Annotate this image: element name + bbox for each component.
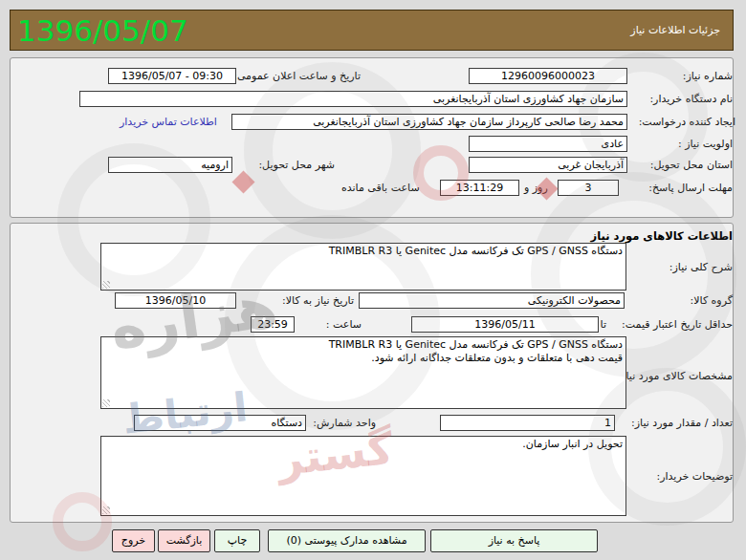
print-button[interactable]: چاپ [214, 529, 260, 552]
announce-datetime-field[interactable]: 1396/05/07 - 09:30 [108, 68, 236, 84]
hour-label: ساعت : [326, 318, 362, 331]
delivery-city-label: شهر محل تحویل: [258, 159, 335, 171]
goods-section-header: اطلاعات کالاهای مورد نیاز [591, 229, 733, 243]
delivery-province-field[interactable]: آذربایجان غربی [469, 157, 627, 173]
general-desc-text: دستگاه GPS / GNSS تک فرکانسه مدل Genitec… [104, 245, 623, 258]
resize-grip-icon[interactable] [102, 399, 110, 407]
price-validity-label: حداقل تاریخ اعتبار قیمت: [622, 318, 733, 331]
request-creator-label: ایجاد کننده درخواست: [639, 116, 735, 128]
buyer-notes-text: تحویل در انبار سازمان. [104, 438, 623, 451]
announce-datetime-label: تاریخ و ساعت اعلان عمومی: [233, 70, 361, 82]
validity-time-field[interactable]: 23:59 [251, 316, 295, 333]
deadline-days-suffix: روز و [524, 182, 548, 194]
view-attached-docs-button[interactable]: مشاهده مدارک پیوستی (0) [268, 529, 426, 552]
goods-spec-textarea[interactable]: دستگاه GPS / GNSS تک فرکانسه مدل Genitec… [100, 336, 626, 409]
deadline-time-suffix: ساعت باقی مانده [341, 182, 420, 194]
resize-grip-icon[interactable] [102, 506, 110, 514]
need-details-page: 1396/05/07 جزئیات اطلاعات نیاز شماره نیا… [0, 0, 746, 560]
goods-group-label: گروه کالا: [691, 294, 733, 307]
title-bar: 1396/05/07 جزئیات اطلاعات نیاز [10, 10, 734, 51]
response-deadline-label: مهلت ارسال پاسخ: [648, 182, 733, 194]
need-date-label: تاریخ نیاز به کالا: [282, 294, 354, 307]
quantity-field[interactable]: 1 [440, 415, 615, 431]
goods-group-field[interactable]: محصولات الکترونیکی [359, 292, 625, 309]
validity-date-field[interactable]: 1396/05/11 [411, 316, 599, 333]
need-number-label: شماره نیاز: [683, 70, 733, 82]
unit-field[interactable]: دستگاه [134, 415, 306, 431]
buyer-org-field[interactable]: سازمان جهاد کشاورزی استان آذربایجانغربی [79, 91, 627, 107]
general-desc-label: شرح کلی نیاز: [669, 261, 733, 273]
need-number-field[interactable]: 12960096000023 [469, 68, 627, 84]
goods-spec-text: دستگاه GPS / GNSS تک فرکانسه مدل Genitec… [104, 338, 623, 365]
deadline-time-field[interactable]: 13:11:29 [440, 180, 519, 196]
priority-label: اولویت نیاز : [678, 138, 733, 150]
respond-to-need-button[interactable]: پاسخ به نیاز [430, 529, 598, 552]
buyer-notes-textarea[interactable]: تحویل در انبار سازمان. [100, 436, 626, 516]
buyer-notes-label: توضیحات خریدار: [657, 470, 734, 483]
page-title: جزئیات اطلاعات نیاز [630, 24, 720, 36]
priority-field[interactable]: عادی [469, 136, 627, 152]
buyer-contact-link[interactable]: اطلاعات تماس خریدار [120, 116, 217, 128]
need-date-field[interactable]: 1396/05/10 [115, 292, 236, 309]
buyer-org-label: نام دستگاه خریدار: [649, 93, 733, 105]
request-creator-field[interactable]: محمد رضا صالحی کارپرداز سازمان جهاد کشاو… [231, 114, 627, 130]
page-date: 1396/05/07 [17, 11, 188, 51]
resize-grip-icon[interactable] [102, 281, 110, 289]
unit-label: واحد شمارش: [313, 417, 376, 429]
delivery-city-field[interactable]: ارومیه [108, 157, 232, 173]
delivery-province-label: استان محل تحویل: [650, 159, 733, 171]
quantity-label: تعداد / مقدار مورد نیاز: [631, 417, 733, 429]
deadline-days-field[interactable]: 3 [558, 180, 619, 196]
general-desc-textarea[interactable]: دستگاه GPS / GNSS تک فرکانسه مدل Genitec… [100, 243, 626, 291]
goods-spec-label: مشخصات کالای مورد نیاز: [617, 370, 733, 382]
back-button[interactable]: بازگشت [158, 529, 210, 552]
exit-button[interactable]: خروج [112, 529, 155, 552]
